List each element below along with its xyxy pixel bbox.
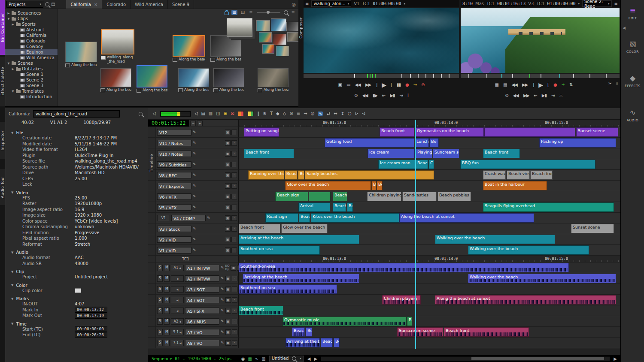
bin-tab-colorado[interactable]: Colorado [102,0,131,9]
scissors-icon[interactable]: ✂ [608,81,611,86]
bin-tab-scene-9[interactable]: Scene 9 [168,0,194,9]
bin-clip-along-the-beach[interactable]: Along the beach [65,42,97,67]
timeline-clip-sandy-beaches[interactable]: Sandy beaches [305,170,434,180]
audio-patch-button[interactable]: A2◀ [171,318,184,325]
effect-mode-icon[interactable]: ▣ [338,83,342,87]
splice-in-icon[interactable]: ⊞ [224,112,227,116]
record-circle-icon[interactable]: ○ [348,112,351,116]
pencil-icon[interactable]: ✎ [193,205,196,209]
bin-clip-along-the-beach[interactable]: Along the beach [213,68,244,92]
scroll-right-icon[interactable]: ▶ [314,356,317,361]
go-to-in-icon[interactable]: [ [391,83,392,87]
lock-icon[interactable]: · [232,276,237,281]
collapse-arrow-icon[interactable]: ▼ [11,322,13,326]
pencil-icon[interactable]: ✎ [193,173,196,177]
track-lane-v8-rec[interactable]: Running over the sBeachBeSandy beachesCr… [239,170,620,181]
lock-icon[interactable]: · [232,319,237,324]
mini-thumbnail[interactable] [273,34,286,45]
pencil-icon[interactable]: ✎ [193,151,196,156]
solo-button[interactable]: S [157,318,163,325]
timeline-clip-sunset-scene[interactable]: Sunset scene [571,224,614,233]
text-view-icon[interactable]: ≡ [248,10,253,15]
pencil-icon[interactable]: ✎ [221,341,224,345]
timeline-clip-playing[interactable]: Playing [416,149,432,158]
link-toggle-icon[interactable]: ⇄ [327,112,330,116]
source-clip-dropdown[interactable]: walking_alon...▾ [311,0,351,7]
tree-item-sequences[interactable]: ▶Sequences [5,10,58,16]
timeline-clip-beach[interactable]: Beach [333,202,346,212]
timeline-clip-beach-front[interactable]: Beach front [244,149,294,158]
timeline-clip-gymnastic-music[interactable]: Gymnastic music [283,317,407,326]
timecode-overlay-icon[interactable]: ▭ [346,83,350,87]
solo-button[interactable]: S [157,275,163,282]
lock-icon[interactable]: · [231,183,237,189]
pencil-icon[interactable]: ✎ [221,276,224,281]
chevron-down-icon[interactable]: ▾ [578,2,580,6]
timeline-clip-putting-on-sunglas[interactable]: Putting on sunglas [244,127,279,137]
monitor-icon[interactable]: ▣ [225,226,231,232]
mini-thumbnail[interactable] [259,32,272,42]
timeline-clip-be[interactable]: Be [347,202,353,212]
frame-view-icon[interactable]: ▦ [231,10,237,15]
lock-icon[interactable]: · [231,162,237,167]
pencil-icon[interactable]: ✎ [221,319,224,323]
pencil-icon[interactable]: ✎ [193,162,196,166]
lock-icon[interactable]: · [231,237,237,242]
match-frame-icon[interactable]: ≍ [559,94,562,98]
timeline-clip-seagulls-flying-overhead[interactable]: Seagulls flying overhead [483,202,614,212]
master-timecode-display[interactable]: 00:01:15:22 [148,120,189,127]
timeline-ruler-lane[interactable]: 00:01:13:000:01:14:000:01:15:0 [239,120,620,127]
mini-thumbnail[interactable] [276,46,289,56]
timeline-clip-b[interactable]: B [371,181,376,190]
timeline-clip-southed-on-sea[interactable]: Southed-on-sea [239,245,320,255]
bin-menu-icon[interactable]: ≡ [291,10,296,15]
timeline-clip-gymnastics-on-the-beach[interactable]: Gymnastics on the beach [415,127,484,137]
rail-tab-effect-palette[interactable]: Effect Palette [0,57,5,106]
monitor-icon[interactable]: ▣ [225,287,231,292]
fast-menu-icon[interactable]: → [304,112,307,116]
timeline-clip-b[interactable]: B [407,317,412,326]
track-lane-a7-vo[interactable]: BeacBeSunscream sceneBeach front [239,327,620,338]
solo-button[interactable]: S [157,308,163,314]
quick-find-dropdown[interactable]: Untitled ▾ [269,356,304,362]
property-value[interactable]: 00:00:26:26 [75,332,107,338]
audio-patch-button[interactable]: A1◀ [171,265,184,271]
mute-button[interactable]: M [164,308,170,314]
pencil-icon[interactable]: ✎ [193,248,196,252]
timeline-clip-beach-sign[interactable]: Beach sign [275,192,308,201]
expand-arrow-icon[interactable]: ▼ [11,90,15,93]
source-monitor-image[interactable] [304,8,459,73]
timeline-scrollbar[interactable] [321,356,610,361]
tree-item-cowboy[interactable]: Cowboy [5,44,58,49]
track-name-button[interactable]: V2 / VID [157,236,191,243]
track-panel-icon[interactable]: ▤ [201,112,204,116]
pencil-icon[interactable]: ✎ [207,216,210,220]
tree-item-templates[interactable]: ▼Templates [5,88,58,94]
speaker-icon[interactable]: ◁ [152,111,157,116]
timeline-clip-c[interactable]: C [428,160,434,169]
go-to-start-icon[interactable]: ⇤ [534,94,537,98]
step-forward-icon[interactable]: ▶▶ [522,83,528,87]
play-icon[interactable]: ▶ [382,82,386,88]
monitor-icon[interactable]: ▣ [225,205,231,210]
timeline-clip-lunch[interactable]: Lunch [415,138,429,148]
lock-icon[interactable]: · [231,172,237,178]
timeline-clip-walking-over-the-beach[interactable]: Walking over the beach [435,235,555,244]
pencil-icon[interactable]: ✎ [221,265,224,270]
timeline-clip-arriving-at-the-beach[interactable]: Arriving at the beach [239,235,359,244]
monitor-icon[interactable]: ▣ [225,247,231,253]
lock-icon[interactable]: · [231,247,237,253]
timeline-clip-beach-front[interactable]: Beach front [239,224,280,233]
list-toggle-icon[interactable]: ▤ [503,83,507,87]
audio-patch-button[interactable]: 5.1◀ [171,329,184,335]
timeline-clip-beach-front[interactable]: Beach front [483,149,520,158]
go-to-out-icon[interactable]: ] [376,83,377,87]
section-header-marks[interactable]: ▼Marks [5,296,148,301]
step-backward-icon[interactable]: ◀◀ [355,83,361,87]
record-menu-icon[interactable]: ≡ [614,2,618,6]
timeline-clip-sunset-scene[interactable]: Sunset scene [576,127,618,137]
play-stop-icon[interactable]: ▮▶ [373,94,377,98]
monitor-icon[interactable]: ▣ [225,215,231,221]
timeline-clip-beac[interactable]: Beac [321,338,333,347]
previous-icon[interactable]: ⊲ [362,112,365,116]
